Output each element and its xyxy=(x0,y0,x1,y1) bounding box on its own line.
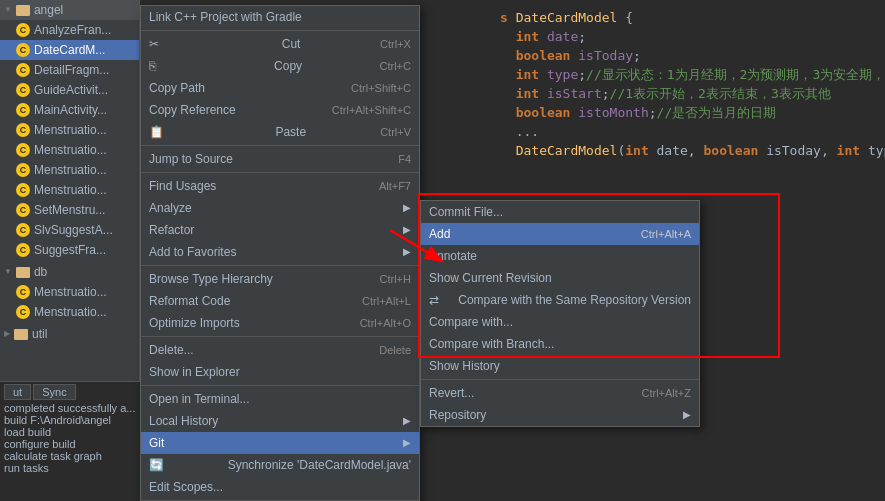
sidebar-item-setmenstru[interactable]: C SetMenstru... xyxy=(0,200,139,220)
sidebar-item-db-menstruatio-1[interactable]: C Menstruatio... xyxy=(0,282,139,302)
menu-item-label: Revert... xyxy=(429,382,474,404)
menu-item-label: Copy Path xyxy=(149,77,205,99)
menu-item-label: Show Current Revision xyxy=(429,267,552,289)
sidebar-item-label: SlvSuggestA... xyxy=(34,220,113,240)
git-menu-compare-branch[interactable]: Compare with Branch... xyxy=(421,333,699,355)
sidebar-item-slvsuggest[interactable]: C SlvSuggestA... xyxy=(0,220,139,240)
menu-item-label: Repository xyxy=(429,404,486,426)
sidebar-item-label: Menstruatio... xyxy=(34,120,107,140)
menu-item-show-explorer[interactable]: Show in Explorer xyxy=(141,361,419,383)
menu-item-label: Commit File... xyxy=(429,201,503,223)
menu-item-optimize-imports[interactable]: Optimize Imports Ctrl+Alt+O xyxy=(141,312,419,334)
menu-item-find-usages[interactable]: Find Usages Alt+F7 xyxy=(141,175,419,197)
shortcut: Ctrl+Alt+A xyxy=(641,223,691,245)
git-menu-show-history[interactable]: Show History xyxy=(421,355,699,377)
menu-item-copy-path[interactable]: Copy Path Ctrl+Shift+C xyxy=(141,77,419,99)
shortcut: Ctrl+X xyxy=(380,33,411,55)
class-icon: C xyxy=(16,163,30,177)
sidebar-item-menstruatio-2[interactable]: C Menstruatio... xyxy=(0,140,139,160)
submenu-arrow: ▶ xyxy=(403,241,411,263)
menu-item-edit-scopes[interactable]: Edit Scopes... xyxy=(141,476,419,498)
menu-item-add-favorites[interactable]: Add to Favorites ▶ xyxy=(141,241,419,263)
tab-sync[interactable]: Sync xyxy=(33,384,75,400)
menu-item-label: Analyze xyxy=(149,197,192,219)
sidebar-item-detailfragm[interactable]: C DetailFragm... xyxy=(0,60,139,80)
sidebar-item-db-menstruatio-2[interactable]: C Menstruatio... xyxy=(0,302,139,322)
sidebar-item-menstruatio-4[interactable]: C Menstruatio... xyxy=(0,180,139,200)
log-line-2: build F:\Android\angel xyxy=(4,414,136,426)
sidebar-item-datecardm[interactable]: C DateCardM... xyxy=(0,40,139,60)
menu-item-browse-hierarchy[interactable]: Browse Type Hierarchy Ctrl+H xyxy=(141,268,419,290)
git-menu-annotate[interactable]: Annotate xyxy=(421,245,699,267)
menu-item-link-cpp[interactable]: Link C++ Project with Gradle xyxy=(141,6,419,28)
git-menu-compare-with[interactable]: Compare with... xyxy=(421,311,699,333)
sidebar-item-guideactivit[interactable]: C GuideActivit... xyxy=(0,80,139,100)
submenu-arrow: ▶ xyxy=(403,410,411,432)
shortcut: Ctrl+V xyxy=(380,121,411,143)
menu-item-label: Add xyxy=(429,223,450,245)
sidebar-folder-db[interactable]: ▼ db xyxy=(0,262,139,282)
git-menu-revert[interactable]: Revert... Ctrl+Alt+Z xyxy=(421,382,699,404)
menu-item-label: Compare with Branch... xyxy=(429,333,554,355)
menu-item-local-history[interactable]: Local History ▶ xyxy=(141,410,419,432)
sidebar-item-label: MainActivity... xyxy=(34,100,107,120)
log-line-6: run tasks xyxy=(4,462,136,474)
folder-label: db xyxy=(34,262,47,282)
tab-ut[interactable]: ut xyxy=(4,384,31,400)
sidebar-item-suggestfra[interactable]: C SuggestFra... xyxy=(0,240,139,260)
sidebar-item-label: Menstruatio... xyxy=(34,302,107,322)
shortcut: Ctrl+Alt+Z xyxy=(641,382,691,404)
sidebar-item-analyzefran[interactable]: C AnalyzeFran... xyxy=(0,20,139,40)
menu-item-label: Copy Reference xyxy=(149,99,236,121)
separator-1 xyxy=(141,30,419,31)
sidebar-item-label: Menstruatio... xyxy=(34,180,107,200)
separator-6 xyxy=(141,385,419,386)
log-line-4: configure build xyxy=(4,438,136,450)
menu-item-cut[interactable]: ✂ Cut Ctrl+X xyxy=(141,33,419,55)
shortcut: F4 xyxy=(398,148,411,170)
menu-item-open-terminal[interactable]: Open in Terminal... xyxy=(141,388,419,410)
menu-item-copy-reference[interactable]: Copy Reference Ctrl+Alt+Shift+C xyxy=(141,99,419,121)
shortcut: Alt+F7 xyxy=(379,175,411,197)
sidebar-item-mainactivity[interactable]: C MainActivity... xyxy=(0,100,139,120)
log-line-5: calculate task graph xyxy=(4,450,136,462)
bottom-panel: ut Sync completed successfully a... buil… xyxy=(0,381,140,501)
menu-item-copy[interactable]: ⎘ Copy Ctrl+C xyxy=(141,55,419,77)
menu-icon: ⎘ xyxy=(149,55,156,77)
compare-icon: ⇄ xyxy=(429,289,439,311)
log-line-1: completed successfully a... xyxy=(4,402,136,414)
sidebar-folder-util[interactable]: ▶ util xyxy=(0,324,139,344)
git-menu-commit[interactable]: Commit File... xyxy=(421,201,699,223)
menu-item-reformat[interactable]: Reformat Code Ctrl+Alt+L xyxy=(141,290,419,312)
submenu-arrow: ▶ xyxy=(403,197,411,219)
menu-item-delete[interactable]: Delete... Delete xyxy=(141,339,419,361)
sync-icon: 🔄 xyxy=(149,454,164,476)
shortcut: Ctrl+Alt+L xyxy=(362,290,411,312)
folder-icon xyxy=(16,267,30,278)
menu-item-label: Copy xyxy=(274,55,302,77)
menu-item-git[interactable]: Git ▶ xyxy=(141,432,419,454)
sidebar-item-label: DateCardM... xyxy=(34,40,105,60)
git-menu-show-revision[interactable]: Show Current Revision xyxy=(421,267,699,289)
menu-item-analyze[interactable]: Analyze ▶ xyxy=(141,197,419,219)
menu-item-refactor[interactable]: Refactor ▶ xyxy=(141,219,419,241)
class-icon: C xyxy=(16,203,30,217)
sidebar-item-label: SetMenstru... xyxy=(34,200,105,220)
sidebar-item-menstruatio-1[interactable]: C Menstruatio... xyxy=(0,120,139,140)
git-menu-compare-same-repo[interactable]: ⇄ Compare with the Same Repository Versi… xyxy=(421,289,699,311)
git-menu-add[interactable]: Add Ctrl+Alt+A xyxy=(421,223,699,245)
menu-item-synchronize[interactable]: 🔄 Synchronize 'DateCardModel.java' xyxy=(141,454,419,476)
folder-label: angel xyxy=(34,0,63,20)
sidebar-item-menstruatio-3[interactable]: C Menstruatio... xyxy=(0,160,139,180)
class-icon: C xyxy=(16,123,30,137)
menu-item-label: Git xyxy=(149,432,164,454)
class-icon: C xyxy=(16,43,30,57)
sidebar-folder-angel[interactable]: ▼ angel xyxy=(0,0,139,20)
sidebar-item-label: Menstruatio... xyxy=(34,282,107,302)
menu-item-jump-source[interactable]: Jump to Source F4 xyxy=(141,148,419,170)
separator-git-1 xyxy=(421,379,699,380)
separator-2 xyxy=(141,145,419,146)
menu-item-paste[interactable]: 📋 Paste Ctrl+V xyxy=(141,121,419,143)
menu-item-label: Jump to Source xyxy=(149,148,233,170)
git-menu-repository[interactable]: Repository ▶ xyxy=(421,404,699,426)
